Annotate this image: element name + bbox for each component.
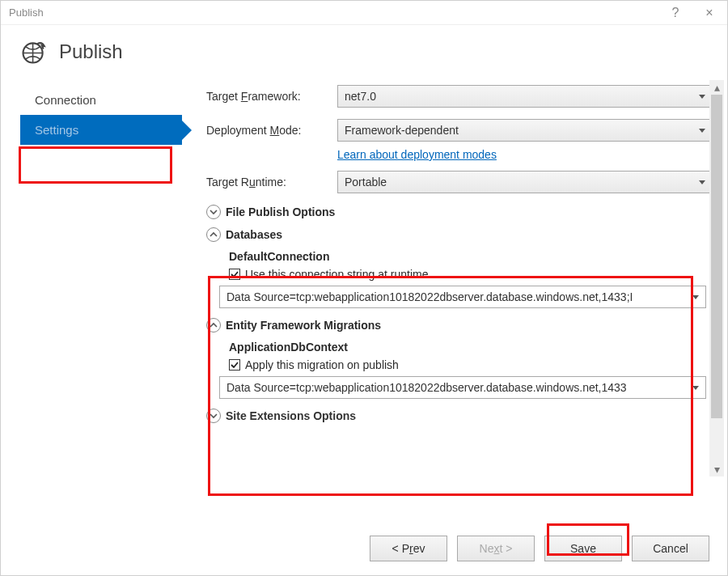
scroll-up-arrow-icon[interactable]: ▴ — [709, 80, 724, 95]
chevron-down-icon — [206, 409, 221, 423]
window-titlebar: Publish ? × — [1, 1, 727, 25]
section-title-site-ext: Site Extensions Options — [226, 409, 356, 422]
help-button[interactable]: ? — [664, 1, 687, 25]
nav-sidebar: Connection Settings — [20, 80, 182, 498]
target-runtime-combo[interactable]: Portable — [337, 171, 713, 193]
section-title-ef: Entity Framework Migrations — [226, 319, 381, 332]
prev-button[interactable]: < Prev — [370, 536, 447, 561]
nav-item-settings[interactable]: Settings — [20, 115, 182, 145]
chevron-down-icon — [206, 205, 221, 219]
target-framework-combo[interactable]: net7.0 — [337, 85, 713, 108]
dialog-footer: < Prev Next > Save Cancel — [1, 522, 727, 575]
nav-item-connection[interactable]: Connection — [20, 85, 182, 115]
target-runtime-label: Target Runtime: — [206, 176, 337, 188]
use-connection-string-checkbox[interactable] — [229, 269, 240, 280]
page-header: Publish — [1, 25, 727, 80]
target-framework-label: Target Framework: — [206, 90, 337, 103]
section-file-publish-options[interactable]: File Publish Options — [206, 205, 713, 219]
apply-migration-label: Apply this migration on publish — [245, 358, 399, 371]
next-button: Next > — [457, 536, 535, 561]
deployment-mode-label: Deployment Mode: — [206, 124, 337, 137]
content-area: Connection Settings Target Framework: ne… — [1, 80, 727, 498]
save-button[interactable]: Save — [544, 536, 622, 561]
chevron-up-icon — [206, 318, 221, 332]
chevron-up-icon — [206, 227, 221, 242]
close-button[interactable]: × — [698, 1, 721, 25]
window-title: Publish — [9, 6, 44, 19]
publish-globe-icon — [20, 38, 48, 66]
ef-context-heading: ApplicationDbContext — [229, 341, 713, 354]
default-connection-string-combo[interactable]: Data Source=tcp:webapplication10182022db… — [219, 286, 706, 308]
use-connection-string-label: Use this connection string at runtime — [245, 268, 428, 281]
section-title-databases: Databases — [226, 228, 282, 241]
scroll-thumb[interactable] — [711, 95, 722, 418]
section-ef-migrations[interactable]: Entity Framework Migrations — [206, 318, 713, 332]
default-connection-heading: DefaultConnection — [229, 250, 713, 263]
ef-connection-string-combo[interactable]: Data Source=tcp:webapplication10182022db… — [219, 376, 706, 399]
settings-panel: Target Framework: net7.0 Deployment Mode… — [182, 80, 727, 498]
deployment-mode-combo[interactable]: Framework-dependent — [337, 119, 713, 142]
page-title: Publish — [59, 40, 123, 63]
section-title-file-publish: File Publish Options — [226, 205, 335, 218]
apply-migration-checkbox[interactable] — [229, 359, 240, 371]
section-site-extensions[interactable]: Site Extensions Options — [206, 409, 713, 423]
deployment-modes-link[interactable]: Learn about deployment modes — [337, 148, 497, 161]
cancel-button[interactable]: Cancel — [632, 536, 709, 561]
vertical-scrollbar[interactable]: ▴ ▾ — [709, 80, 724, 476]
scroll-down-arrow-icon[interactable]: ▾ — [709, 462, 724, 476]
section-databases[interactable]: Databases — [206, 227, 713, 242]
